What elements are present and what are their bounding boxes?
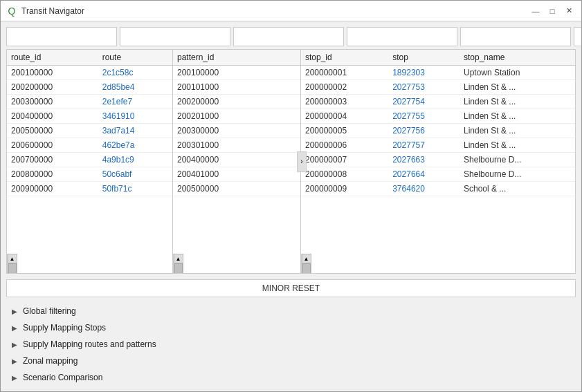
stops-cell-stop-name: Linden St & ... bbox=[460, 95, 575, 109]
stops-table-row[interactable]: 200000002 2027753 Linden St & ... bbox=[301, 80, 575, 95]
stops-cell-stop: 2027757 bbox=[388, 138, 460, 153]
patterns-scroll-thumb[interactable] bbox=[174, 263, 183, 273]
stops-table-row[interactable]: 200000005 2027756 Linden St & ... bbox=[301, 124, 575, 138]
stops-col-stop: stop bbox=[388, 50, 460, 66]
routes-cell-route-id: 200200000 bbox=[7, 80, 98, 95]
routes-cell-route: 2e1efe7 bbox=[98, 95, 172, 109]
stops-table-row[interactable]: 200000004 2027755 Linden St & ... bbox=[301, 109, 575, 124]
patterns-table-row[interactable]: 200201000 bbox=[173, 109, 300, 124]
routes-scroll-thumb[interactable] bbox=[8, 263, 17, 273]
maximize-button[interactable]: □ bbox=[545, 4, 559, 18]
patterns-table-row[interactable]: 200101000 bbox=[173, 80, 300, 95]
title-bar-left: Q Transit Navigator bbox=[6, 6, 84, 17]
routes-cell-route-id: 200700000 bbox=[7, 153, 98, 167]
stops-scroll[interactable]: stop_id stop stop_name 200000001 1892303… bbox=[301, 50, 575, 254]
stops-cell-stop-name: Linden St & ... bbox=[460, 124, 575, 138]
accordion-item-3[interactable]: ▶ Zonal mapping bbox=[6, 353, 576, 369]
routes-scrollbar[interactable]: ▲ ▼ bbox=[7, 254, 17, 273]
stops-scrollbar[interactable]: ▲ ▼ bbox=[301, 254, 311, 273]
routes-table-row[interactable]: 200400000 3461910 bbox=[7, 109, 172, 124]
accordion-label-3: Zonal mapping bbox=[23, 356, 78, 366]
stops-search-input-1[interactable] bbox=[347, 27, 457, 46]
stops-cell-stop-id: 200000008 bbox=[301, 167, 388, 182]
patterns-scroll[interactable]: pattern_id 200100000 200101000 200200000… bbox=[173, 50, 300, 254]
stops-table-row[interactable]: 200000003 2027754 Linden St & ... bbox=[301, 95, 575, 109]
stops-scroll-up[interactable]: ▲ bbox=[302, 254, 311, 263]
routes-table-row[interactable]: 200600000 462be7a bbox=[7, 138, 172, 153]
routes-search-input-2[interactable] bbox=[120, 27, 230, 46]
routes-scroll[interactable]: route_id route 200100000 2c1c58c 2002000… bbox=[7, 50, 172, 254]
stops-cell-stop: 2027663 bbox=[388, 153, 460, 167]
routes-table-row[interactable]: 200900000 50fb71c bbox=[7, 182, 172, 196]
patterns-table-row[interactable]: 200500000 bbox=[173, 182, 300, 196]
stops-cell-stop: 2027756 bbox=[388, 124, 460, 138]
patterns-cell-pattern-id: 200200000 bbox=[173, 95, 300, 109]
accordion-arrow-0: ▶ bbox=[12, 308, 17, 315]
stops-table-row[interactable]: 200000006 2027757 Linden St & ... bbox=[301, 138, 575, 153]
stops-scroll-thumb[interactable] bbox=[302, 263, 311, 273]
routes-cell-route: 4a9b1c9 bbox=[98, 153, 172, 167]
patterns-table-row[interactable]: 200100000 bbox=[173, 66, 300, 80]
main-content: route_id route 200100000 2c1c58c 2002000… bbox=[1, 21, 581, 391]
routes-search-input-1[interactable] bbox=[6, 27, 117, 46]
stops-table-row[interactable]: 200000001 1892303 Uptown Station bbox=[301, 66, 575, 80]
stops-panel: stop_id stop stop_name 200000001 1892303… bbox=[301, 50, 575, 273]
routes-cell-route-id: 200800000 bbox=[7, 167, 98, 182]
app-window: Q Transit Navigator — □ ✕ bbox=[0, 0, 582, 392]
patterns-table-row[interactable]: 200200000 bbox=[173, 95, 300, 109]
patterns-search-input[interactable] bbox=[233, 27, 344, 46]
patterns-cell-pattern-id: 200300000 bbox=[173, 124, 300, 138]
accordion-item-2[interactable]: ▶ Supply Mapping routes and patterns bbox=[6, 336, 576, 353]
routes-table-row[interactable]: 200300000 2e1efe7 bbox=[7, 95, 172, 109]
stops-cell-stop-name: Shelbourne D... bbox=[460, 153, 575, 167]
accordion-arrow-4: ▶ bbox=[12, 374, 17, 382]
accordion: ▶ Global filtering ▶ Supply Mapping Stop… bbox=[6, 303, 576, 386]
minimize-button[interactable]: — bbox=[529, 4, 543, 18]
minor-reset-button[interactable]: MINOR RESET bbox=[6, 279, 576, 297]
accordion-item-0[interactable]: ▶ Global filtering bbox=[6, 303, 576, 319]
routes-table-row[interactable]: 200500000 3ad7a14 bbox=[7, 124, 172, 138]
title-bar: Q Transit Navigator — □ ✕ bbox=[1, 1, 581, 21]
stops-cell-stop-id: 200000007 bbox=[301, 153, 388, 167]
routes-cell-route-id: 200500000 bbox=[7, 124, 98, 138]
stops-cell-stop-id: 200000004 bbox=[301, 109, 388, 124]
patterns-table-row[interactable]: 200400000 bbox=[173, 153, 300, 167]
stops-cell-stop-id: 200000003 bbox=[301, 95, 388, 109]
patterns-cell-pattern-id: 200401000 bbox=[173, 167, 300, 182]
close-button[interactable]: ✕ bbox=[562, 4, 576, 18]
patterns-table-row[interactable]: 200301000 bbox=[173, 138, 300, 153]
routes-table-row[interactable]: 200200000 2d85be4 bbox=[7, 80, 172, 95]
routes-cell-route-id: 200300000 bbox=[7, 95, 98, 109]
accordion-item-4[interactable]: ▶ Scenario Comparison bbox=[6, 369, 576, 386]
stops-cell-stop: 1892303 bbox=[388, 66, 460, 80]
routes-table-row[interactable]: 200100000 2c1c58c bbox=[7, 66, 172, 80]
patterns-table-row[interactable]: 200300000 bbox=[173, 124, 300, 138]
stops-table-row[interactable]: 200000009 3764620 School & ... bbox=[301, 182, 575, 196]
stops-cell-stop-name: Uptown Station bbox=[460, 66, 575, 80]
stops-cell-stop-name: School & ... bbox=[460, 182, 575, 196]
routes-scroll-up[interactable]: ▲ bbox=[8, 254, 17, 263]
routes-cell-route: 3ad7a14 bbox=[98, 124, 172, 138]
stops-cell-stop: 2027664 bbox=[388, 167, 460, 182]
stops-search-input-2[interactable] bbox=[460, 27, 571, 46]
patterns-scroll-up[interactable]: ▲ bbox=[174, 254, 183, 263]
routes-cell-route-id: 200100000 bbox=[7, 66, 98, 80]
stops-search-input-3[interactable] bbox=[574, 27, 581, 46]
window-controls: — □ ✕ bbox=[529, 4, 576, 18]
routes-cell-route-id: 200400000 bbox=[7, 109, 98, 124]
stops-col-stop-id: stop_id bbox=[301, 50, 388, 66]
accordion-label-4: Scenario Comparison bbox=[23, 373, 102, 382]
stops-table-row[interactable]: 200000008 2027664 Shelbourne D... bbox=[301, 167, 575, 182]
routes-table-row[interactable]: 200800000 50c6abf bbox=[7, 167, 172, 182]
routes-panel: route_id route 200100000 2c1c58c 2002000… bbox=[7, 50, 173, 273]
stops-cell-stop: 2027754 bbox=[388, 95, 460, 109]
tables-area: route_id route 200100000 2c1c58c 2002000… bbox=[6, 49, 576, 274]
patterns-scrollbar[interactable]: ▲ ▼ bbox=[173, 254, 183, 273]
routes-cell-route: 462be7a bbox=[98, 138, 172, 153]
expand-handle[interactable]: › bbox=[297, 151, 307, 172]
stops-table-row[interactable]: 200000007 2027663 Shelbourne D... bbox=[301, 153, 575, 167]
patterns-table-row[interactable]: 200401000 bbox=[173, 167, 300, 182]
patterns-cell-pattern-id: 200301000 bbox=[173, 138, 300, 153]
routes-table-row[interactable]: 200700000 4a9b1c9 bbox=[7, 153, 172, 167]
accordion-item-1[interactable]: ▶ Supply Mapping Stops bbox=[6, 319, 576, 336]
